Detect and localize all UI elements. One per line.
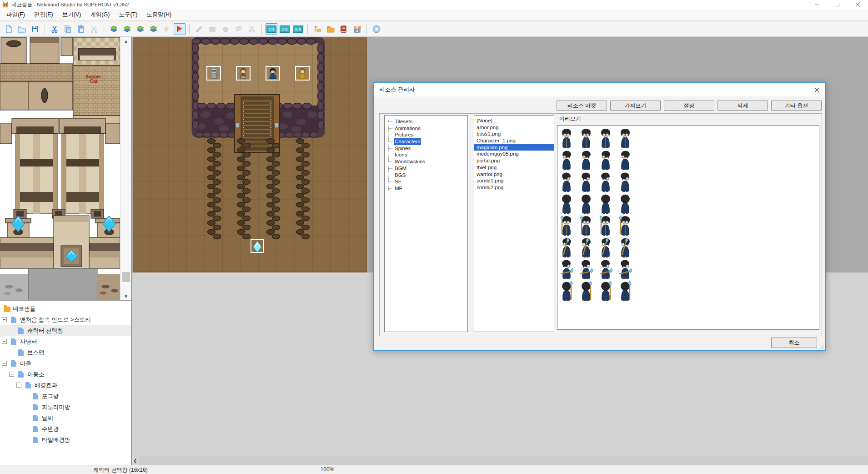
tileset-scrollbar[interactable]: ▲ ▼ <box>120 37 131 300</box>
open-folder-button[interactable] <box>16 23 28 35</box>
dialog-close-button[interactable] <box>812 85 822 95</box>
lightning-layer-button[interactable] <box>161 23 172 35</box>
category-item[interactable]: BGS <box>385 172 467 179</box>
event-flag-icon <box>176 25 184 33</box>
map-tree-item-1[interactable]: 맨처음 접속 인트로->스토리 <box>0 314 131 325</box>
tree-connector <box>388 175 392 175</box>
rectangle-tool-button[interactable] <box>206 23 218 35</box>
file-item[interactable]: arhor.png <box>474 124 554 131</box>
menu-item-4[interactable]: 도구(T) <box>114 9 142 20</box>
resize-grip-icon[interactable] <box>819 343 823 348</box>
menu-item-5[interactable]: 도움말(H) <box>142 9 176 20</box>
preview-sprite-back-3 <box>618 193 632 214</box>
dialog-button-4[interactable]: 기타 옵션 <box>771 101 822 111</box>
category-item[interactable]: Icons <box>385 151 467 158</box>
layer-4-button[interactable] <box>147 23 159 35</box>
paste-button[interactable] <box>75 23 87 35</box>
file-item[interactable]: modernguy05.png <box>474 151 554 157</box>
map-tree-item-11[interactable]: 주변광 <box>0 424 131 434</box>
cancel-button[interactable]: 취소 <box>771 338 817 348</box>
new-file-button[interactable] <box>3 23 15 35</box>
circle-tool-button[interactable] <box>220 23 231 35</box>
menu-item-3[interactable]: 게임(G) <box>85 9 114 20</box>
scroll-left-icon[interactable]: ❮ <box>132 456 139 465</box>
test-play-button[interactable] <box>371 23 382 35</box>
category-item[interactable]: Pictures <box>385 131 467 138</box>
category-item[interactable]: BGM <box>385 165 467 172</box>
file-item[interactable]: boss1.png <box>474 131 554 137</box>
zoom-1-4-button[interactable]: 1:4 <box>292 23 304 35</box>
copy-button[interactable] <box>62 23 74 35</box>
category-item[interactable]: SE <box>385 178 467 185</box>
map-tree-item-9[interactable]: 파노라마방 <box>0 402 131 413</box>
file-item[interactable]: Character_1.png <box>474 137 554 144</box>
delete-button[interactable] <box>88 23 100 35</box>
tree-expander-icon[interactable] <box>2 339 7 344</box>
file-item[interactable]: portal.png <box>474 157 554 164</box>
dialog-button-1[interactable]: 가져오기 <box>610 101 661 111</box>
menu-item-0[interactable]: 파일(F) <box>2 9 30 20</box>
category-item[interactable]: Characters <box>385 138 467 145</box>
map-tree-item-8[interactable]: 포그방 <box>0 391 131 402</box>
map-tree-item-5[interactable]: 마을 <box>0 358 131 369</box>
music-folder-button[interactable]: ♪ <box>325 23 336 35</box>
category-item[interactable]: ME <box>385 185 467 192</box>
category-item[interactable]: Tilesets <box>385 118 467 125</box>
dialog-titlebar[interactable]: 리소스 관리자 <box>374 83 825 96</box>
close-button[interactable] <box>848 0 868 9</box>
resource-file-list[interactable]: (None)arhor.pngboss1.pngCharacter_1.pngm… <box>474 115 554 332</box>
menu-item-2[interactable]: 보기(V) <box>58 9 86 20</box>
event-flag-tool-button[interactable] <box>174 23 186 35</box>
file-item[interactable]: warrior.png <box>474 171 554 178</box>
tree-connector <box>388 121 392 122</box>
restore-button[interactable] <box>827 0 848 9</box>
file-item[interactable]: zombi1.png <box>474 177 554 184</box>
map-tree-item-0[interactable]: 네코샘플 <box>0 303 131 314</box>
resource-category-list[interactable]: TilesetsAnimationsPicturesCharactersSpin… <box>384 115 468 332</box>
select-scissors-tool-button[interactable] <box>246 23 258 35</box>
map-tree-item-3[interactable]: 사냥터 <box>0 336 131 347</box>
category-item[interactable]: Animations <box>385 125 467 132</box>
menu-item-1[interactable]: 편집(E) <box>30 9 58 20</box>
file-item[interactable]: zombi2.png <box>474 184 554 191</box>
svg-text:Cat: Cat <box>90 79 98 84</box>
save-icon <box>31 25 39 33</box>
map-tree-item-4[interactable]: 보스맵 <box>0 347 131 358</box>
category-item[interactable]: Spines <box>385 145 467 152</box>
database-book-button[interactable] <box>338 23 350 35</box>
file-item[interactable]: magician.png <box>474 144 554 151</box>
zoom-1-1-button[interactable]: 1:1 <box>266 23 277 35</box>
map-tree-item-7[interactable]: 배경효과 <box>0 380 131 391</box>
dialog-button-0[interactable]: 리소스 마켓 <box>557 101 607 111</box>
map-tree-item-10[interactable]: 날씨 <box>0 413 131 424</box>
tileset-picker-panel[interactable]: Supper Cat <box>0 37 120 300</box>
tree-expander-icon[interactable] <box>16 383 21 388</box>
layer-3-button[interactable] <box>134 23 146 35</box>
game-start-position-button[interactable] <box>311 23 323 35</box>
save-button[interactable] <box>29 23 41 35</box>
file-item[interactable]: thief.png <box>474 164 554 171</box>
pencil-tool-button[interactable] <box>193 23 205 35</box>
tree-expander-icon[interactable] <box>2 317 7 322</box>
tree-expander-icon[interactable] <box>9 372 14 377</box>
map-tree-item-2[interactable]: 캐릭터 선택창 <box>0 325 131 336</box>
scroll-up-icon[interactable]: ▲ <box>120 37 131 45</box>
tileset-scrollbar-thumb[interactable] <box>122 272 130 282</box>
resource-market-button[interactable] <box>351 23 363 35</box>
lasso-tool-button[interactable] <box>233 23 245 35</box>
dialog-button-2[interactable]: 설정 <box>664 101 714 111</box>
layer-2-button[interactable] <box>121 23 133 35</box>
map-horizontal-scrollbar[interactable]: ❮ <box>132 456 868 465</box>
zoom-1-2-button[interactable]: 1:2 <box>279 23 291 35</box>
dialog-button-3[interactable]: 삭제 <box>717 101 768 111</box>
file-item[interactable]: (None) <box>474 117 554 124</box>
tree-expander-icon[interactable] <box>2 361 7 366</box>
layer-1-button[interactable] <box>108 23 120 35</box>
category-item[interactable]: Windowskins <box>385 158 467 165</box>
scroll-down-icon[interactable]: ▼ <box>120 292 131 300</box>
map-tree-item-12[interactable]: 타일배경방 <box>0 434 131 445</box>
map-tree-item-6[interactable]: 이동소 <box>0 369 131 380</box>
paste-clipboard-icon <box>77 25 85 33</box>
minimize-button[interactable] <box>807 0 827 9</box>
cut-button[interactable] <box>49 23 60 35</box>
